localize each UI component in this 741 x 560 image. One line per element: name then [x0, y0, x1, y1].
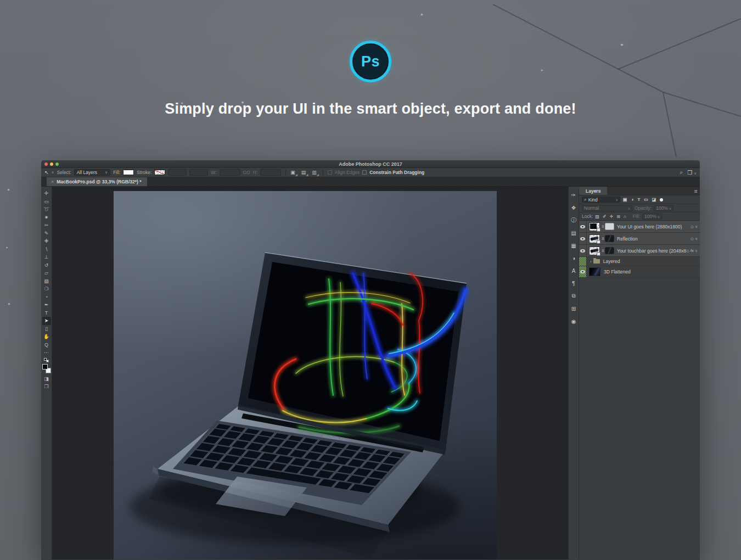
eraser-tool-icon[interactable]: ▱ — [42, 269, 51, 277]
filter-toggle-icon[interactable] — [660, 198, 663, 201]
filter-shape-layers-icon[interactable]: ▭ — [644, 197, 648, 202]
visibility-toggle[interactable] — [579, 233, 587, 244]
panel-histogram-icon[interactable]: ▤ — [569, 228, 578, 237]
color-swatches[interactable] — [42, 364, 51, 373]
more-tools-icon[interactable]: ⋯ — [42, 349, 51, 357]
visibility-toggle[interactable] — [579, 266, 587, 277]
layer-name[interactable]: Reflection — [617, 236, 691, 242]
tool-preset-chevron-icon[interactable]: ∨ — [52, 170, 54, 175]
brush-tool-icon[interactable]: ∖ — [42, 245, 51, 254]
layer-thumbnail[interactable] — [589, 222, 600, 231]
search-icon[interactable]: ⌕ — [680, 169, 683, 176]
window-titlebar[interactable]: Adobe Photoshop CC 2017 — [41, 160, 700, 168]
chevron-down-icon[interactable]: ∨ — [695, 225, 698, 229]
layer-name[interactable]: 3D Flattened — [604, 269, 700, 275]
panel-paragraph-icon[interactable]: ¶ — [569, 279, 578, 288]
group-disclosure-icon[interactable]: › — [590, 259, 592, 264]
blend-mode-dropdown[interactable]: Normal ∨ — [582, 205, 632, 211]
mask-thumbnail[interactable] — [605, 247, 614, 254]
layer-thumbnail[interactable] — [589, 267, 600, 276]
chevron-down-icon[interactable]: ∨ — [695, 249, 698, 253]
panel-info-icon[interactable]: ⓘ — [569, 216, 578, 225]
layers-empty-area[interactable] — [579, 278, 700, 559]
fill-swatch[interactable] — [123, 170, 134, 175]
panel-layer-comps-icon[interactable]: ⧉ — [569, 292, 578, 300]
filter-adjustment-layers-icon[interactable]: ◑ — [631, 197, 634, 202]
layer-row[interactable]: 8Your UI goes here (2880x1800)◎∨ — [579, 221, 700, 233]
zoom-tool-icon[interactable]: Q — [42, 341, 51, 349]
tab-layers[interactable]: Layers — [579, 187, 607, 195]
hand-tool-icon[interactable]: ✋ — [42, 333, 51, 341]
layer-row[interactable]: 8Your touchbar goes here (2048x85)◎fx∨ — [579, 245, 700, 257]
layer-thumbnail[interactable] — [589, 234, 600, 243]
visibility-toggle[interactable] — [579, 221, 587, 232]
close-window-button[interactable] — [44, 163, 48, 166]
history-brush-tool-icon[interactable]: ↺ — [42, 261, 51, 270]
filter-kind-dropdown[interactable]: ⌕ Kind ∨ — [582, 197, 620, 203]
close-tab-icon[interactable]: × — [51, 179, 54, 184]
stroke-swatch[interactable] — [154, 170, 165, 175]
clone-stamp-tool-icon[interactable]: ⊥ — [42, 253, 51, 261]
panel-swatches-icon[interactable]: ▦ — [569, 241, 578, 250]
filter-pixel-layers-icon[interactable]: ▣ — [623, 197, 627, 202]
crop-tool-icon[interactable]: ✂ — [42, 221, 51, 229]
lock-position-icon[interactable]: ✛ — [610, 214, 614, 219]
link-dimensions-icon[interactable]: GO — [243, 170, 250, 175]
mask-thumbnail[interactable] — [605, 223, 614, 230]
filter-smart-objects-icon[interactable]: ◪ — [652, 197, 656, 202]
gradient-tool-icon[interactable]: ▧ — [42, 277, 51, 285]
visibility-toggle[interactable] — [579, 245, 587, 256]
screen-mode-button-icon[interactable]: ❐ — [42, 383, 51, 391]
lock-transparency-icon[interactable]: ▨ — [595, 214, 599, 219]
current-tool-icon[interactable]: ↖ — [44, 170, 49, 175]
quick-mask-button-icon[interactable]: ◨ — [42, 375, 51, 383]
layer-name[interactable]: Your touchbar goes here (2048x85) — [617, 248, 686, 254]
type-tool-icon[interactable]: T — [42, 309, 51, 317]
mask-thumbnail[interactable] — [605, 235, 614, 242]
width-input[interactable] — [220, 169, 240, 176]
zoom-window-button[interactable] — [55, 163, 59, 166]
visibility-toggle[interactable] — [579, 257, 587, 266]
canvas-pasteboard[interactable]: MacBook Pro — [52, 187, 568, 559]
panel-libraries-icon[interactable]: ◉ — [569, 317, 578, 326]
panel-glyphs-icon[interactable]: ⊞ — [569, 304, 578, 313]
healing-brush-tool-icon[interactable]: ✙ — [42, 237, 51, 245]
path-selection-tool-icon[interactable]: ➤ — [42, 317, 51, 325]
panel-adjustments-icon[interactable]: ◑ — [569, 254, 578, 262]
opacity-dropdown[interactable]: 100% ∨ — [654, 205, 673, 211]
height-input[interactable] — [260, 169, 281, 176]
lock-artboard-icon[interactable]: ⊞ — [616, 214, 620, 219]
blur-tool-icon[interactable]: ❍ — [42, 285, 51, 293]
document-tab[interactable]: × MacBookPro.psd @ 33,3% (RGB/32*) * — [47, 177, 147, 186]
layer-name[interactable]: Layered — [603, 259, 700, 264]
panel-menu-icon[interactable]: ≣ — [694, 189, 698, 194]
move-tool-icon[interactable]: ✛ — [42, 189, 51, 198]
lasso-tool-icon[interactable]: ➰ — [42, 205, 51, 214]
stroke-style-field[interactable] — [189, 169, 208, 176]
pen-tool-icon[interactable]: ✒ — [42, 301, 51, 309]
panel-brush-presets-icon[interactable]: ❖ — [569, 203, 578, 212]
panel-character-icon[interactable]: A — [569, 266, 578, 275]
shape-tool-icon[interactable]: ▯ — [42, 325, 51, 333]
quick-selection-tool-icon[interactable]: ✷ — [42, 214, 51, 222]
fill-dropdown[interactable]: 100% ∨ — [642, 214, 662, 220]
panel-brush-settings-icon[interactable]: ✑ — [569, 191, 578, 199]
filter-type-layers-icon[interactable]: T — [637, 197, 640, 202]
dodge-tool-icon[interactable]: ◔ — [42, 293, 51, 301]
foreground-color-swatch[interactable] — [42, 364, 48, 369]
marquee-tool-icon[interactable]: ▭ — [42, 198, 51, 206]
layer-thumbnail[interactable] — [589, 247, 600, 255]
select-mode-dropdown[interactable]: All Layers ∨ — [74, 169, 110, 176]
stroke-width-field[interactable] — [168, 169, 187, 176]
workspace-switcher-icon[interactable]: ❐ ∨ — [687, 170, 697, 176]
constrain-path-checkbox[interactable] — [362, 170, 367, 175]
lock-pixels-icon[interactable]: ✐ — [603, 214, 607, 219]
eyedropper-tool-icon[interactable]: ✎ — [42, 229, 51, 238]
lock-all-icon[interactable]: ⌂ — [624, 214, 626, 219]
chevron-down-icon[interactable]: ∨ — [695, 237, 698, 241]
layer-row[interactable]: ›Layered — [579, 257, 700, 266]
layer-row[interactable]: 8Reflection◎∨ — [579, 233, 700, 245]
distribute-icon[interactable]: ▥◢ — [312, 170, 318, 175]
align-edges-checkbox[interactable] — [328, 170, 332, 175]
align-left-edges-icon[interactable]: ▣◢ — [290, 170, 297, 175]
